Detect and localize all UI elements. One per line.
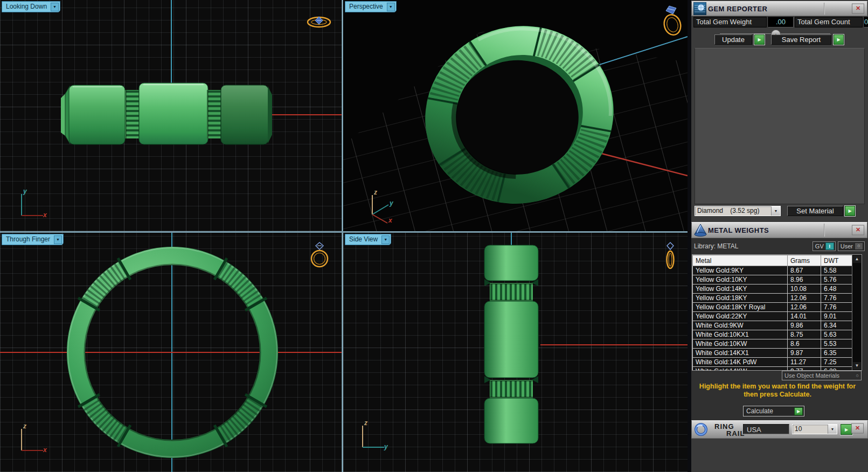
axis-indicator: z x	[15, 422, 50, 458]
viewport-through-finger[interactable]: Through Finger ▼ z x	[0, 233, 342, 472]
column-grams[interactable]: Grams	[788, 255, 821, 266]
use-object-materials-toggle[interactable]: Use Object Materials ○	[782, 371, 862, 380]
close-icon[interactable]: ✕	[852, 4, 864, 14]
chevron-down-icon[interactable]: ▼	[51, 3, 59, 11]
viewport-label[interactable]: Perspective	[345, 3, 387, 11]
ring-size-region-field[interactable]: USA	[743, 424, 789, 434]
set-material-go-icon[interactable]: ▶	[845, 206, 855, 216]
table-row[interactable]: White Gold:14KX19.876.35	[693, 349, 852, 358]
ring-rail-go-icon[interactable]: ▶	[841, 424, 852, 435]
viewport-area: Looking Down ▼ y x	[0, 0, 688, 472]
axis-indicator: z y	[356, 419, 391, 455]
metal-weights-icon	[693, 223, 707, 237]
viewport-tab[interactable]: Through Finger ▼	[2, 234, 64, 245]
panel-edge-strip	[688, 0, 691, 472]
header-groove	[824, 224, 825, 237]
panel-title: GEM REPORTER	[708, 5, 767, 13]
chevron-down-icon[interactable]: ▼	[771, 206, 780, 216]
gv-label: GV	[814, 243, 825, 249]
viewport-label[interactable]: Through Finger	[2, 235, 54, 244]
user-toggle-button[interactable]: ○	[855, 242, 863, 250]
viewport-label[interactable]: Looking Down	[2, 3, 51, 11]
close-icon[interactable]: ✕	[852, 225, 864, 235]
save-report-go-icon[interactable]: ▶	[834, 34, 844, 45]
table-row[interactable]: White Gold:14KW9.776.28	[693, 367, 852, 371]
ring-front-view	[0, 233, 342, 472]
metal-weights-header: METAL WEIGHTS ✕	[691, 222, 867, 238]
table-row[interactable]: Yellow Gold:9KY8.675.58	[693, 266, 852, 275]
column-dwt[interactable]: DWT	[821, 255, 852, 266]
gv-toggle-button[interactable]: I	[825, 242, 834, 250]
use-object-materials-label: Use Object Materials	[784, 372, 839, 380]
ring-size-dropdown[interactable]: 10 ▼	[792, 424, 837, 434]
viewport-label[interactable]: Side View	[345, 235, 381, 244]
column-metal[interactable]: Metal	[693, 255, 788, 266]
calculate-go-icon[interactable]: ▶	[794, 407, 803, 415]
axis-y-label: y	[384, 443, 388, 450]
gem-reporter-header: GEM REPORTER ✕	[691, 1, 867, 16]
viewport-perspective[interactable]: Perspective ▼ z y x	[343, 0, 688, 231]
gem-report-list[interactable]	[695, 48, 865, 204]
material-dropdown[interactable]: Diamond (3.52 spg) ▼	[695, 206, 781, 216]
metal-table-body: Yellow Gold:9KY8.675.58Yellow Gold:10KY8…	[693, 266, 852, 371]
calculate-button[interactable]: Calculate ▶	[743, 406, 804, 417]
ring-rail-icon	[693, 422, 709, 437]
table-row[interactable]: Yellow Gold:18KY12.067.76	[693, 294, 852, 303]
axis-x-label: x	[388, 217, 392, 224]
table-row[interactable]: White Gold:14K PdW11.277.25	[693, 358, 852, 367]
viewport-divider-horizontal[interactable]	[0, 231, 688, 233]
ring-gem-icon	[660, 4, 685, 38]
ring-size-value: 10	[793, 425, 828, 434]
save-report-button[interactable]: Save Report	[771, 34, 831, 45]
axis-indicator: z y x	[365, 190, 399, 225]
application-window: Looking Down ▼ y x	[0, 0, 868, 472]
table-row[interactable]: Yellow Gold:22KY14.019.01	[693, 312, 852, 321]
total-gem-count-value: 0	[864, 17, 868, 27]
update-go-icon[interactable]: ▶	[754, 34, 765, 45]
table-row[interactable]: White Gold:10KX18.755.63	[693, 330, 852, 339]
header-groove	[824, 3, 825, 15]
table-row[interactable]: Yellow Gold:10KY8.965.76	[693, 275, 852, 284]
scroll-up-icon[interactable]: ▲	[853, 255, 861, 263]
user-toggle-group: User ○	[838, 241, 865, 251]
panel-title: METAL WEIGHTS	[708, 226, 769, 234]
ring-gem-icon	[303, 13, 335, 31]
axis-indicator: y x	[15, 188, 50, 223]
chevron-down-icon[interactable]: ▼	[828, 425, 837, 434]
viewport-tab[interactable]: Looking Down ▼	[2, 1, 60, 12]
chevron-down-icon[interactable]: ▼	[54, 235, 62, 244]
ring-rail-title-bottom: RAIL	[726, 429, 745, 438]
table-row[interactable]: Yellow Gold:14KY10.086.48	[693, 284, 852, 294]
chevron-down-icon[interactable]: ▼	[387, 3, 395, 11]
material-dropdown-value: Diamond (3.52 spg)	[695, 206, 771, 216]
library-row: Library: METAL GV I User ○	[694, 241, 865, 251]
viewport-looking-down[interactable]: Looking Down ▼ y x	[0, 0, 342, 231]
calculate-label: Calculate	[744, 407, 794, 415]
viewport-side-view[interactable]: Side View ▼ z y	[343, 233, 688, 472]
viewport-tab[interactable]: Perspective ▼	[345, 1, 397, 12]
table-row[interactable]: White Gold:10KW8.65.53	[693, 339, 852, 349]
axis-z-label: z	[23, 422, 26, 430]
calculate-instruction: Highlight the item you want to find the …	[694, 383, 861, 399]
axis-y-label: y	[390, 199, 393, 207]
axis-y-label: y	[23, 188, 27, 195]
report-buttons-row: Update ▶ Save Report ▶	[691, 34, 867, 45]
update-button[interactable]: Update	[714, 34, 752, 45]
viewport-divider-vertical[interactable]	[342, 0, 343, 472]
set-material-button[interactable]: Set Material	[787, 206, 843, 216]
ring-gem-icon	[661, 241, 679, 272]
gem-reporter-icon	[693, 2, 706, 15]
close-icon[interactable]: ✕	[851, 424, 864, 434]
side-panel: GEM REPORTER ✕ Total Gem Weight .00 Tota…	[688, 0, 868, 472]
scroll-down-icon[interactable]: ▼	[853, 362, 861, 370]
axis-z-label: z	[374, 189, 377, 196]
material-row: Diamond (3.52 spg) ▼ Set Material ▶	[695, 206, 866, 216]
chevron-down-icon[interactable]: ▼	[381, 235, 390, 244]
table-row[interactable]: White Gold:9KW9.866.34	[693, 321, 852, 330]
gv-toggle-group: GV I	[813, 241, 836, 251]
table-scrollbar[interactable]: ▲ ▼	[852, 255, 862, 370]
table-row[interactable]: Yellow Gold:18KY Royal12.067.76	[693, 303, 852, 312]
gem-totals-row: Total Gem Weight .00 Total Gem Count 0	[693, 17, 866, 27]
viewport-tab[interactable]: Side View ▼	[345, 234, 391, 245]
total-gem-weight-value: .00	[768, 17, 794, 27]
